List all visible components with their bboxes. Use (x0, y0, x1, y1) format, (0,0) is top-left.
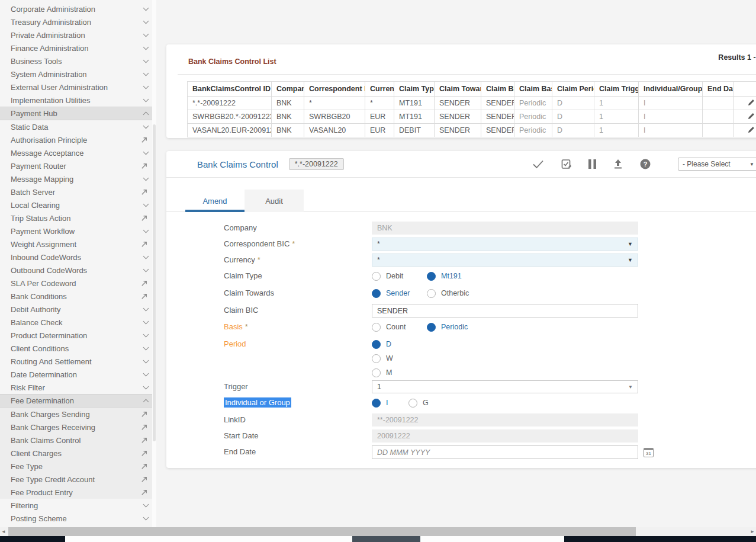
sidebar-scrollbar-thumb[interactable] (153, 124, 156, 441)
sidebar-scrollbar[interactable] (152, 0, 156, 527)
cell: D (552, 97, 594, 110)
radio-group[interactable]: G (408, 399, 464, 408)
external-link-icon (140, 293, 148, 300)
edit-pencil-icon[interactable] (734, 124, 756, 137)
trigger-dropdown[interactable]: 1 ▼ (372, 380, 638, 393)
radio-sender[interactable]: Sender (372, 289, 427, 298)
sidebar-item-message-mapping[interactable]: Message Mapping (0, 172, 156, 185)
sidebar-item-payment-router[interactable]: Payment Router (0, 159, 156, 172)
sidebar-item-product-determination[interactable]: Product Determination (0, 329, 156, 342)
scroll-left-arrow-icon[interactable]: ◄ (1, 529, 6, 534)
end-date-input[interactable] (372, 445, 638, 459)
currency-dropdown[interactable]: * ▼ (372, 254, 638, 267)
sidebar-item-batch-server[interactable]: Batch Server (0, 185, 156, 198)
correspondent-bic-dropdown[interactable]: * ▼ (372, 238, 638, 251)
sidebar-item-balance-check[interactable]: Balance Check (0, 316, 156, 329)
table-row[interactable]: VASANL20.EUR-20091223BNKVASANL20EURDEBIT… (188, 124, 756, 137)
sidebar-item-payment-workflow[interactable]: Payment Workflow (0, 225, 156, 238)
radio-period-m[interactable]: M (372, 366, 427, 379)
taskbar-window-segment[interactable] (65, 536, 564, 542)
radio-circle-selected[interactable] (372, 289, 381, 298)
radio-periodic[interactable]: Periodic (427, 323, 482, 332)
sidebar-item-bank-conditions[interactable]: Bank Conditions (0, 290, 156, 303)
sidebar-item-weight-assignment[interactable]: Weight Assignment (0, 238, 156, 251)
radio-circle[interactable] (372, 323, 381, 332)
sidebar-item-static-data[interactable]: Static Data (0, 120, 156, 133)
tab-amend[interactable]: Amend (185, 190, 245, 212)
sidebar-item-fee-product-entry[interactable]: Fee Product Entry (0, 486, 156, 499)
sidebar-item-sla-per-codeword[interactable]: SLA Per Codeword (0, 277, 156, 290)
help-icon[interactable]: ? (640, 159, 651, 169)
sidebar-item-bank-claims-control[interactable]: Bank Claims Control (0, 434, 156, 447)
sidebar-item-fee-type[interactable]: Fee Type (0, 460, 156, 473)
sidebar-item-routing-and-settlement[interactable]: Routing And Settlement (0, 355, 156, 368)
form-row-correspondent-bic: Correspondent BIC* * ▼ (224, 238, 756, 251)
sidebar-item-trip-status-action[interactable]: Trip Status Action (0, 211, 156, 225)
upload-icon[interactable] (613, 159, 623, 169)
sidebar-item-business-tools[interactable]: Business Tools (0, 54, 156, 68)
sidebar-item-posting-scheme[interactable]: Posting Scheme (0, 512, 156, 525)
taskbar-item-segment[interactable] (352, 536, 420, 542)
sidebar-item-finance-administration[interactable]: Finance Administration (0, 41, 156, 54)
period-label: Period (224, 338, 372, 348)
scroll-right-arrow-icon[interactable]: ► (750, 529, 755, 534)
radio-circle[interactable] (372, 272, 381, 281)
sidebar-item-system-administration[interactable]: System Administration (0, 68, 156, 81)
radio-debit[interactable]: Debit (372, 272, 427, 281)
sidebar-item-message-acceptance[interactable]: Message Acceptance (0, 146, 156, 159)
radio-period-d[interactable]: D (372, 338, 427, 351)
radio-circle-selected[interactable] (427, 323, 436, 332)
approve-check-icon[interactable] (532, 159, 544, 169)
sidebar-item-client-conditions[interactable]: Client Conditions (0, 342, 156, 355)
sidebar-item-outbound-codewords[interactable]: Outbound CodeWords (0, 264, 156, 277)
sidebar-item-client-charges[interactable]: Client Charges (0, 447, 156, 460)
radio-period-w[interactable]: W (372, 352, 427, 365)
chevron-down-icon (143, 227, 149, 233)
sidebar-item-label: Outbound CodeWords (11, 266, 144, 275)
sidebar-item-label: Payment Hub (11, 109, 144, 118)
radio-circle-selected[interactable] (372, 399, 381, 408)
sidebar-item-filtering[interactable]: Filtering (0, 499, 156, 512)
radio-circle[interactable] (372, 368, 381, 377)
edit-pencil-icon[interactable] (734, 97, 756, 110)
sidebar-item-inbound-codewords[interactable]: Inbound CodeWords (0, 251, 156, 264)
pause-icon[interactable] (588, 159, 596, 169)
table-row[interactable]: SWRBGB20.*-20091223BNKSWRBGB20EURMT191SE… (188, 110, 756, 124)
radio-circle[interactable] (372, 354, 381, 363)
sidebar-item-authorisation-principle[interactable]: Authorisation Principle (0, 133, 156, 146)
edit-pencil-icon[interactable] (734, 110, 756, 124)
radio-circle-selected[interactable] (372, 340, 381, 349)
radio-circle[interactable] (427, 289, 436, 298)
sidebar-item-fee-determination[interactable]: Fee Determination (0, 394, 156, 408)
sidebar-item-payment-hub[interactable]: Payment Hub (0, 107, 156, 120)
horizontal-scrollbar-thumb[interactable] (8, 527, 636, 536)
radio-otherbic[interactable]: Otherbic (427, 289, 482, 298)
sidebar-item-label: Bank Conditions (11, 292, 140, 301)
sidebar-item-bank-charges-sending[interactable]: Bank Charges Sending (0, 408, 156, 421)
sidebar-item-risk-filter[interactable]: Risk Filter (0, 381, 156, 394)
sidebar-item-local-clearing[interactable]: Local Clearing (0, 198, 156, 211)
sidebar-item-private-administration[interactable]: Private Administration (0, 28, 156, 41)
sidebar-item-implementation-utilities[interactable]: Implementation Utilities (0, 94, 156, 107)
calendar-icon[interactable]: 31 (644, 448, 654, 457)
radio-count[interactable]: Count (372, 323, 427, 332)
claim-bic-input[interactable] (372, 304, 638, 317)
radio-individual[interactable]: I (372, 399, 408, 408)
cell: D (552, 110, 594, 124)
radio-circle-selected[interactable] (427, 272, 436, 281)
action-select-dropdown[interactable]: - Please Select ▼ (678, 158, 756, 171)
radio-mt191[interactable]: Mt191 (427, 272, 482, 281)
sidebar-item-bank-charges-receiving[interactable]: Bank Charges Receiving (0, 421, 156, 434)
sidebar-item-external-user-administration[interactable]: External User Administration (0, 81, 156, 94)
sidebar-item-corporate-administration[interactable]: Corporate Administration (0, 2, 156, 15)
tab-audit[interactable]: Audit (245, 190, 304, 212)
sidebar-item-date-determination[interactable]: Date Determination (0, 368, 156, 381)
verify-document-icon[interactable] (561, 159, 571, 169)
form-row-start-date: Start Date 20091222 (224, 429, 756, 442)
radio-circle[interactable] (408, 399, 417, 408)
sidebar-item-fee-type-credit-account[interactable]: Fee Type Credit Account (0, 473, 156, 486)
sidebar-item-treasury-administration[interactable]: Treasury Administration (0, 15, 156, 28)
sidebar-item-debit-authority[interactable]: Debit Authority (0, 303, 156, 316)
table-row[interactable]: *.*-20091222BNK**MT191SENDERSENDERPeriod… (188, 97, 756, 110)
horizontal-scrollbar[interactable]: ◄ ► (0, 527, 756, 536)
